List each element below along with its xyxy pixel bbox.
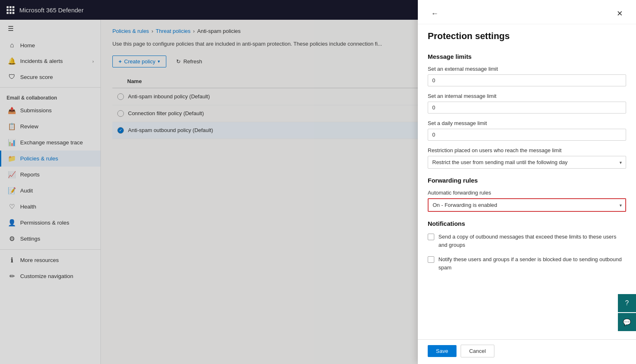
external-limit-label: Set an external message limit (428, 66, 626, 72)
restriction-label: Restriction placed on users who reach th… (428, 147, 626, 153)
cancel-button[interactable]: Cancel (461, 345, 494, 357)
fab-help-button[interactable]: ? (618, 294, 636, 312)
external-limit-input[interactable] (428, 74, 626, 86)
daily-limit-label: Set a daily message limit (428, 120, 626, 126)
notification-checkbox-1-label: Send a copy of outbound messages that ex… (438, 233, 626, 249)
auto-forwarding-select-wrapper: On - Forwarding is enabled Off - Forward… (428, 198, 626, 212)
fab-chat-button[interactable]: 💬 (618, 313, 636, 331)
panel-header: ← ✕ (418, 0, 636, 24)
message-limits-section-title: Message limits (428, 53, 626, 60)
panel-footer: Save Cancel (418, 339, 636, 364)
protection-settings-panel: ← ✕ Protection settings Message limits S… (418, 0, 636, 364)
panel-back-button[interactable]: ← (428, 8, 442, 20)
notification-checkbox-2-row: Notify these users and groups if a sende… (428, 255, 626, 271)
fab-group: ? 💬 (618, 294, 636, 331)
internal-limit-label: Set an internal message limit (428, 93, 626, 99)
notification-checkbox-1-row: Send a copy of outbound messages that ex… (428, 233, 626, 249)
forwarding-rules-section-title: Forwarding rules (428, 177, 626, 184)
internal-limit-input[interactable] (428, 102, 626, 114)
notifications-section-title: Notifications (428, 220, 626, 227)
notification-checkbox-1[interactable] (428, 234, 434, 240)
panel-title: Protection settings (418, 24, 636, 45)
daily-limit-input[interactable] (428, 129, 626, 141)
panel-body: Message limits Set an external message l… (418, 45, 636, 339)
auto-forwarding-label: Automatic forwarding rules (428, 190, 626, 196)
restriction-select[interactable]: Restrict the user from sending mail unti… (428, 156, 626, 169)
panel-close-button[interactable]: ✕ (613, 7, 626, 20)
auto-forwarding-select[interactable]: On - Forwarding is enabled Off - Forward… (428, 198, 626, 212)
notification-checkbox-2[interactable] (428, 256, 434, 263)
notification-checkbox-2-label: Notify these users and groups if a sende… (438, 255, 626, 271)
save-button[interactable]: Save (428, 345, 457, 357)
restriction-select-wrapper: Restrict the user from sending mail unti… (428, 156, 626, 169)
